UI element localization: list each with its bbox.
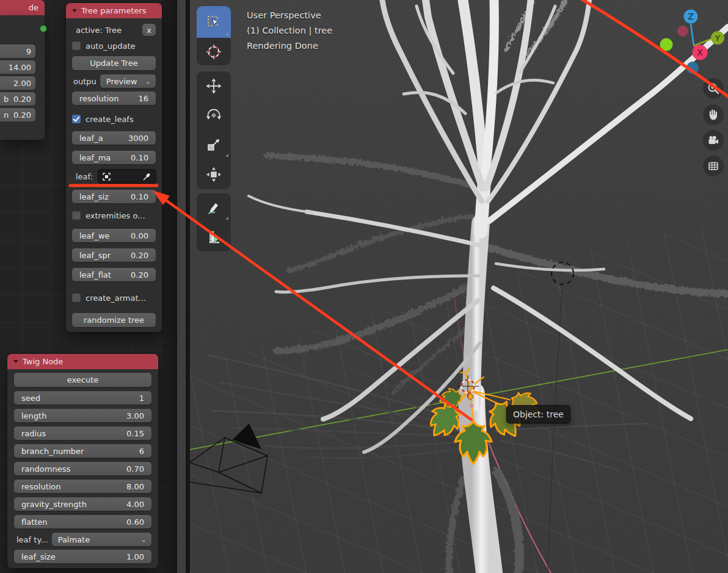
branch-number-slider[interactable]: branch_number6 — [14, 444, 151, 458]
randomize-tree-button[interactable]: randomize tree — [72, 313, 156, 327]
gizmo-y-label: Y — [715, 34, 720, 43]
flatten-slider[interactable]: flatten0.60 — [14, 515, 151, 528]
gravity-strength-slider[interactable]: gravity_strength4.00 — [14, 497, 151, 511]
gizmo-neg-x-ball[interactable] — [677, 26, 688, 37]
leaf-we-slider[interactable]: leaf_we 0.00 — [72, 229, 156, 242]
render-status: Rendering Done — [247, 38, 332, 54]
tree-parameters-header[interactable]: Tree parameters — [66, 3, 162, 18]
scene-render — [190, 0, 728, 573]
render-noise — [190, 0, 728, 573]
update-tree-button[interactable]: Update Tree — [72, 56, 156, 70]
object-data-icon — [103, 173, 111, 181]
leaf-object-picker[interactable] — [98, 170, 156, 183]
toolbar-group-annotate — [197, 193, 231, 251]
node-field[interactable]: b0.20 — [0, 92, 35, 106]
node-field[interactable]: 14.00 — [0, 60, 35, 74]
extremities-checkbox[interactable] — [72, 211, 81, 220]
radius-slider[interactable]: radius0.15 — [14, 427, 151, 440]
gizmo-x-label: X — [697, 48, 703, 57]
viewport-3d[interactable]: User Perspective (1) Collection | tree R… — [190, 0, 728, 573]
cut-node-header[interactable]: de — [0, 0, 45, 15]
create-leafs-checkbox[interactable] — [72, 115, 81, 123]
cursor-tool-button[interactable] — [197, 38, 231, 65]
leaf-type-dropdown[interactable]: Palmate ⌄ — [52, 533, 151, 546]
orientation-gizmo[interactable]: Y X Z — [660, 4, 728, 74]
auto-update-label: auto_update — [86, 41, 136, 51]
eyedropper-icon[interactable] — [143, 172, 151, 181]
tree-parameters-node[interactable]: Tree parameters active: Tree x auto_upda… — [66, 3, 162, 332]
create-armature-checkbox[interactable] — [72, 294, 81, 302]
select-box-tool-button[interactable] — [197, 6, 231, 38]
leaf-flat-slider[interactable]: leaf_flat 0.20 — [72, 268, 156, 281]
node-field[interactable]: n0.20 — [0, 108, 35, 121]
zoom-button[interactable] — [703, 78, 724, 99]
leaf-picker-label: leaf: — [76, 172, 93, 181]
gizmo-neg-z-ball[interactable] — [686, 62, 699, 74]
pan-button[interactable] — [703, 104, 724, 125]
randomness-slider[interactable]: randomness0.70 — [14, 462, 151, 475]
leaf-ma-slider[interactable]: leaf_ma 0.10 — [72, 151, 156, 164]
move-icon — [206, 78, 222, 94]
transform-icon — [206, 167, 222, 182]
gizmo-neg-y-ball[interactable] — [660, 38, 673, 51]
length-slider[interactable]: length3.00 — [14, 409, 151, 422]
extremities-label: extremities o... — [86, 211, 145, 220]
armature-dot — [470, 404, 473, 408]
node-field[interactable]: 2.00 — [0, 76, 35, 90]
annotate-icon — [206, 200, 222, 216]
twig-node[interactable]: Twig Node execute seed1 length3.00 radiu… — [7, 354, 158, 568]
create-leafs-label: create_leafs — [86, 115, 134, 124]
object-origin-dot — [468, 394, 473, 400]
leaf-a-slider[interactable]: leaf_a 3000 — [72, 131, 156, 145]
node-editor-scrollbar[interactable] — [177, 0, 186, 573]
pan-hand-icon — [707, 108, 720, 121]
move-tool-button[interactable] — [197, 71, 231, 101]
collapse-triangle-icon[interactable] — [13, 360, 18, 363]
leaf-siz-slider[interactable]: leaf_siz 0.10 — [72, 190, 156, 203]
panel-title: Twig Node — [23, 357, 63, 366]
clear-active-button[interactable]: x — [142, 24, 156, 36]
node-output-socket[interactable] — [40, 26, 46, 32]
panel-title: Tree parameters — [81, 6, 147, 15]
output-label: outpu — [73, 77, 96, 86]
toolbar-group-select — [197, 6, 231, 65]
resolution-slider[interactable]: resolution 16 — [72, 92, 156, 105]
chevron-down-icon: ⌄ — [145, 77, 151, 85]
toggle-grid-button[interactable] — [703, 156, 724, 176]
seed-slider[interactable]: seed1 — [14, 391, 151, 405]
object-tooltip-text: Object: tree — [513, 409, 564, 419]
cursor-tool-icon — [206, 44, 222, 60]
measure-icon — [206, 229, 222, 245]
select-box-icon — [206, 14, 222, 30]
output-dropdown[interactable]: Preview ⌄ — [100, 74, 156, 88]
resolution-slider[interactable]: resolution8.00 — [14, 480, 151, 493]
zoom-icon — [707, 82, 720, 95]
active-tree-label: active: Tree — [76, 26, 122, 35]
leaf-spr-slider[interactable]: leaf_spr 0.20 — [72, 248, 156, 262]
execute-button[interactable]: execute — [14, 373, 151, 387]
create-armature-label: create_armat... — [86, 294, 146, 303]
gizmo-z-label: Z — [688, 12, 694, 21]
cut-node-body: 9 14.00 2.00 b0.20 n0.20 — [0, 15, 45, 140]
transform-tool-button[interactable] — [197, 159, 231, 189]
camera-icon — [707, 134, 720, 147]
collection-breadcrumb: (1) Collection | tree — [247, 23, 332, 38]
node-field[interactable]: 9 — [0, 45, 35, 58]
twig-node-header[interactable]: Twig Node — [7, 354, 158, 369]
cut-node[interactable]: de 9 14.00 2.00 b0.20 n0.20 — [0, 0, 45, 140]
collapse-triangle-icon[interactable] — [72, 9, 77, 12]
editor-divider[interactable] — [186, 0, 190, 573]
annotate-tool-button[interactable] — [197, 193, 231, 222]
leaf-size-slider[interactable]: leaf_size1.00 — [14, 550, 151, 563]
object-tooltip: Object: tree — [506, 405, 570, 423]
blender-window: User Perspective (1) Collection | tree R… — [0, 0, 728, 573]
scale-tool-button[interactable] — [197, 130, 231, 159]
view-name: User Perspective — [247, 8, 332, 23]
auto-update-checkbox[interactable] — [72, 41, 81, 50]
cut-node-title-fragment: de — [29, 3, 38, 12]
rotate-tool-button[interactable] — [197, 101, 231, 130]
camera-view-button[interactable] — [703, 130, 724, 151]
scale-icon — [206, 137, 222, 153]
toolbar-group-transform — [197, 71, 231, 189]
measure-tool-button[interactable] — [197, 222, 231, 251]
